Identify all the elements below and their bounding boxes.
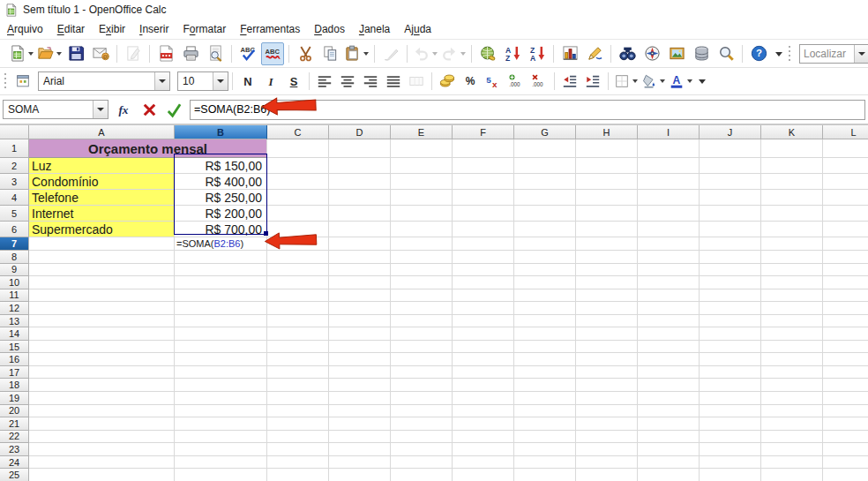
cell-K8[interactable]: [761, 251, 823, 264]
cell-C4[interactable]: [267, 190, 329, 206]
cell-D15[interactable]: [329, 341, 391, 354]
cell-K25[interactable]: [761, 469, 823, 481]
grid-corner[interactable]: [0, 125, 29, 139]
navigator-button[interactable]: [640, 42, 663, 65]
cell-K24[interactable]: [761, 456, 823, 470]
row-header-21[interactable]: 21: [0, 417, 29, 431]
column-header-H[interactable]: H: [576, 125, 638, 139]
cell-B22[interactable]: [175, 431, 267, 444]
cell-B17[interactable]: [175, 366, 267, 380]
cell-K17[interactable]: [761, 366, 823, 380]
cell-I11[interactable]: [638, 289, 700, 303]
cell-J14[interactable]: [700, 327, 761, 341]
cell-C17[interactable]: [267, 366, 329, 380]
draw-functions-button[interactable]: [583, 42, 606, 65]
row-header-4[interactable]: 4: [0, 190, 29, 206]
cell-B5[interactable]: R$ 200,00: [175, 206, 267, 222]
cell-B19[interactable]: [175, 392, 267, 405]
cell-I5[interactable]: [638, 206, 700, 222]
cell-A23[interactable]: [29, 443, 175, 456]
cell-A2[interactable]: Luz: [29, 158, 175, 174]
cell-D5[interactable]: [329, 206, 391, 222]
column-header-B[interactable]: B: [175, 125, 267, 139]
cell-F22[interactable]: [453, 431, 514, 444]
cell-E7[interactable]: [391, 237, 453, 251]
row-header-7[interactable]: 7: [0, 237, 29, 251]
cell-H2[interactable]: [576, 158, 638, 174]
zoom-button[interactable]: [715, 42, 737, 65]
cell-L11[interactable]: [823, 289, 868, 303]
cell-H16[interactable]: [576, 353, 638, 366]
cell-G13[interactable]: [514, 315, 576, 328]
cell-F24[interactable]: [453, 456, 514, 470]
print-button[interactable]: [179, 42, 202, 65]
cell-B20[interactable]: [175, 405, 267, 418]
cell-C24[interactable]: [267, 456, 329, 470]
cell-D13[interactable]: [329, 315, 391, 328]
cell-B21[interactable]: [175, 417, 267, 431]
column-header-A[interactable]: A: [29, 125, 175, 139]
cell-A15[interactable]: [29, 341, 175, 354]
cell-L25[interactable]: [823, 469, 868, 481]
cell-J9[interactable]: [700, 264, 761, 277]
cell-G24[interactable]: [514, 456, 576, 470]
cell-B12[interactable]: [175, 302, 267, 315]
cell-K4[interactable]: [761, 190, 823, 206]
cell-I18[interactable]: [638, 379, 700, 392]
merge-cells-button[interactable]: [406, 71, 427, 92]
cell-E24[interactable]: [391, 456, 453, 470]
menu-janela[interactable]: Janela: [352, 21, 397, 37]
cell-J25[interactable]: [700, 469, 761, 481]
menu-inserir[interactable]: Inserir: [132, 21, 176, 37]
cell-A25[interactable]: [29, 469, 175, 481]
cell-C6[interactable]: [267, 222, 329, 237]
cell-H8[interactable]: [576, 251, 638, 264]
cell-K6[interactable]: [761, 222, 823, 237]
cell-E2[interactable]: [391, 158, 453, 174]
cell-F18[interactable]: [453, 379, 514, 392]
cell-G11[interactable]: [514, 289, 576, 303]
paste-button[interactable]: [343, 42, 370, 65]
cell-D9[interactable]: [329, 264, 391, 277]
cell-I6[interactable]: [638, 222, 700, 237]
cell-J11[interactable]: [700, 289, 761, 303]
cell-L7[interactable]: [823, 237, 868, 251]
cell-L19[interactable]: [823, 392, 868, 405]
cell-C11[interactable]: [267, 289, 329, 303]
cell-E25[interactable]: [391, 469, 453, 481]
row-header-10[interactable]: 10: [0, 276, 29, 289]
row-header-6[interactable]: 6: [0, 222, 29, 237]
cell-F1[interactable]: [453, 139, 514, 158]
row-header-12[interactable]: 12: [0, 302, 29, 315]
cell-I4[interactable]: [638, 190, 700, 206]
chevron-down-icon[interactable]: [660, 79, 665, 83]
row-header-19[interactable]: 19: [0, 392, 29, 405]
cell-J4[interactable]: [700, 190, 761, 206]
cell-H22[interactable]: [576, 431, 638, 444]
cell-C3[interactable]: [267, 174, 329, 190]
cell-C15[interactable]: [267, 341, 329, 354]
cell-H9[interactable]: [576, 264, 638, 277]
cell-E22[interactable]: [391, 431, 453, 444]
cell-J20[interactable]: [700, 405, 761, 418]
hyperlink-button[interactable]: [476, 42, 499, 65]
cell-A13[interactable]: [29, 315, 175, 328]
save-button[interactable]: [64, 42, 87, 65]
cell-C2[interactable]: [267, 158, 329, 174]
chevron-down-icon[interactable]: [687, 79, 692, 83]
cell-L15[interactable]: [823, 341, 868, 354]
cell-L4[interactable]: [823, 190, 868, 206]
menu-arquivo[interactable]: Arquivo: [0, 21, 50, 37]
align-center-button[interactable]: [337, 71, 358, 92]
cell-G25[interactable]: [514, 469, 576, 481]
cell-F14[interactable]: [453, 327, 514, 341]
cell-C13[interactable]: [267, 315, 329, 328]
column-header-C[interactable]: C: [267, 125, 329, 139]
row-header-20[interactable]: 20: [0, 405, 29, 418]
cell-C22[interactable]: [267, 431, 329, 444]
cell-B2[interactable]: R$ 150,00: [175, 158, 267, 174]
cell-E3[interactable]: [391, 174, 453, 190]
undo-button[interactable]: [412, 42, 438, 65]
cell-A6[interactable]: Supermercado: [29, 222, 175, 237]
cell-A16[interactable]: [29, 353, 175, 366]
